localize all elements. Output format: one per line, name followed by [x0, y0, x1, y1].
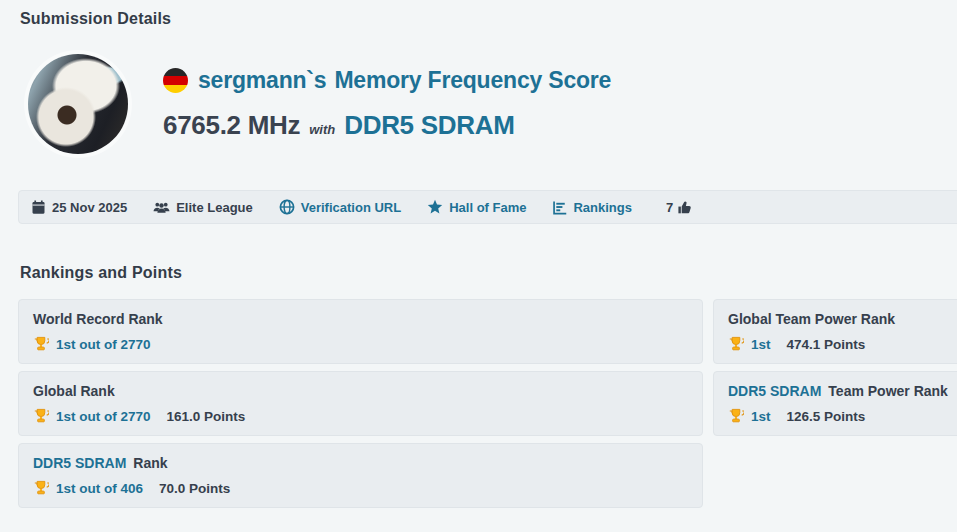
submission-toolbar: 25 Nov 2025 Elite League Verification UR…	[18, 190, 957, 224]
card-title: Rank	[133, 455, 167, 471]
rank-link[interactable]: 1st	[751, 337, 771, 352]
submission-date: 25 Nov 2025	[31, 200, 127, 215]
rank-link[interactable]: 1st out of 2770	[56, 337, 151, 352]
league-label: Elite League	[153, 200, 253, 215]
trophy-icon	[33, 408, 49, 424]
avatar[interactable]	[28, 54, 128, 154]
hardware-team-power-rank-card: DDR5 SDRAMTeam Power Rank 1st 126.5 Poin…	[713, 371, 957, 436]
germany-flag-icon	[163, 68, 188, 93]
hall-of-fame-link[interactable]: Hall of Fame	[427, 199, 526, 215]
trophy-icon	[728, 336, 744, 352]
global-team-power-rank-card: Global Team Power Rank 1st 474.1 Points	[713, 299, 957, 364]
profile-block: sergmann`sMemory Frequency Score 6765.2 …	[28, 54, 957, 154]
cards-column-right: Global Team Power Rank 1st 474.1 Points …	[713, 299, 957, 508]
rank-link[interactable]: 1st out of 406	[56, 481, 143, 496]
calendar-icon	[31, 200, 46, 215]
score-type-label: Memory Frequency Score	[334, 67, 611, 93]
card-title: Global Team Power Rank	[728, 311, 895, 327]
username-link[interactable]: sergmann`s	[198, 67, 326, 93]
submission-details-page: Submission Details sergmann`sMemory Freq…	[0, 0, 957, 508]
points-value: 474.1 Points	[787, 337, 866, 352]
with-label: with	[309, 122, 335, 137]
likes-count: 7	[666, 200, 673, 215]
trophy-icon	[33, 336, 49, 352]
world-record-rank-card: World Record Rank 1st out of 2770	[18, 299, 703, 364]
score-value: 6765.2 MHz	[163, 110, 300, 141]
rankings-chart-icon	[552, 200, 567, 215]
card-title: Team Power Rank	[828, 383, 948, 399]
hardware-rank-card: DDR5 SDRAMRank 1st out of 406 70.0 Point…	[18, 443, 703, 508]
star-icon	[427, 199, 443, 215]
rank-link[interactable]: 1st	[751, 409, 771, 424]
users-icon	[153, 200, 170, 215]
cards-column-left: World Record Rank 1st out of 2770 Global…	[18, 299, 703, 508]
thumbs-up-icon	[677, 200, 692, 215]
global-rank-card: Global Rank 1st out of 2770 161.0 Points	[18, 371, 703, 436]
globe-icon	[279, 199, 295, 215]
title-block: sergmann`sMemory Frequency Score 6765.2 …	[163, 67, 611, 141]
submission-title: sergmann`sMemory Frequency Score	[198, 67, 611, 94]
hardware-link[interactable]: DDR5 SDRAM	[344, 110, 514, 141]
rankings-section-title: Rankings and Points	[20, 264, 957, 282]
rankings-cards: World Record Rank 1st out of 2770 Global…	[18, 299, 957, 508]
card-title-link[interactable]: DDR5 SDRAM	[728, 383, 821, 399]
card-title: Global Rank	[33, 383, 115, 399]
points-value: 70.0 Points	[159, 481, 230, 496]
card-title: World Record Rank	[33, 311, 163, 327]
trophy-icon	[33, 480, 49, 496]
likes-button[interactable]: 7	[666, 200, 692, 215]
rank-link[interactable]: 1st out of 2770	[56, 409, 151, 424]
trophy-icon	[728, 408, 744, 424]
page-title: Submission Details	[20, 10, 957, 28]
card-title-link[interactable]: DDR5 SDRAM	[33, 455, 126, 471]
verification-url-link[interactable]: Verification URL	[279, 199, 401, 215]
points-value: 161.0 Points	[167, 409, 246, 424]
points-value: 126.5 Points	[787, 409, 866, 424]
rankings-link[interactable]: Rankings	[552, 200, 632, 215]
